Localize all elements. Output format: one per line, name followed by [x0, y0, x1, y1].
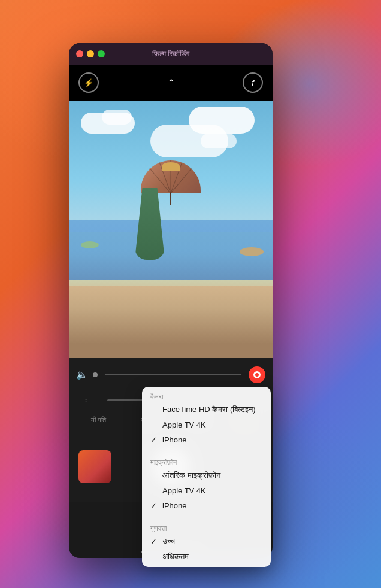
camera-item-iphone[interactable]: ✓ iPhone: [142, 432, 271, 447]
camera-item-appletv[interactable]: ✓ Apple TV 4K: [142, 417, 271, 432]
camera-appletv-label: Apple TV 4K: [162, 420, 206, 429]
controls-bar: 🔈: [69, 358, 273, 391]
quality-high-label: उच्च: [162, 537, 175, 546]
person-hair: [162, 162, 180, 171]
person-dress: [135, 188, 165, 260]
camera-preview: [69, 101, 273, 358]
title-bar: फ़िल्म रिकॉर्डिंग: [69, 43, 273, 65]
check-iphone-camera: ✓: [150, 435, 159, 444]
mic-appletv-label: Apple TV 4K: [162, 486, 206, 495]
mic-item-iphone[interactable]: ✓ iPhone: [142, 498, 271, 513]
microphone-section: माइक्रोफ़ोन ✓ आंतरिक माइक्रोफ़ोन ✓ Apple…: [142, 453, 271, 516]
cloud-4: [102, 110, 132, 125]
mic-internal-label: आंतरिक माइक्रोफ़ोन: [162, 471, 220, 480]
record-dot: [253, 371, 261, 378]
speaker-icon: 🔈: [76, 369, 88, 380]
cloud-5: [201, 134, 237, 148]
volume-slider[interactable]: [105, 374, 241, 375]
traffic-lights: [76, 50, 105, 57]
camera-section-title: कैमरा: [142, 389, 271, 402]
close-button[interactable]: [76, 50, 83, 57]
last-photo-thumbnail[interactable]: [78, 450, 111, 483]
microphone-section-title: माइक्रोफ़ोन: [142, 455, 271, 468]
time-separator: —: [99, 396, 104, 404]
quality-section: गुणवत्ता ✓ उच्च ✓ अधिकतम: [142, 519, 271, 567]
quality-item-high[interactable]: ✓ उच्च: [142, 534, 271, 549]
camera-section: कैमरा ✓ FaceTime HD कैमरा (बिल्टइन) ✓ Ap…: [142, 387, 271, 450]
divider-1: [142, 451, 271, 451]
font-icon: f: [252, 78, 254, 87]
maximize-button[interactable]: [98, 50, 105, 57]
quality-item-max[interactable]: ✓ अधिकतम: [142, 549, 271, 565]
source-dropdown-menu: कैमरा ✓ FaceTime HD कैमरा (बिल्टइन) ✓ Ap…: [142, 387, 271, 567]
mic-iphone-label: iPhone: [162, 501, 186, 510]
check-quality-high: ✓: [150, 537, 159, 546]
record-button[interactable]: [249, 366, 265, 383]
camera-iphone-label: iPhone: [162, 435, 186, 444]
umbrella-handle: [170, 193, 171, 205]
toolbar: ⚡ ⌃ f: [69, 65, 273, 101]
island-left: [81, 241, 99, 248]
flash-icon-button[interactable]: ⚡: [78, 72, 99, 93]
tab-slow-motion[interactable]: मी गति: [86, 414, 111, 426]
window-title: फ़िल्म रिकॉर्डिंग: [152, 50, 189, 58]
divider-2: [142, 517, 271, 517]
chevron-up-icon[interactable]: ⌃: [167, 77, 175, 89]
flash-icon: ⚡: [84, 78, 93, 87]
person: [135, 160, 207, 328]
mic-item-internal[interactable]: ✓ आंतरिक माइक्रोफ़ोन: [142, 468, 271, 483]
font-icon-button[interactable]: f: [243, 72, 263, 93]
quality-section-title: गुणवत्ता: [142, 521, 271, 534]
check-iphone-mic: ✓: [150, 501, 159, 510]
island-right: [240, 247, 264, 256]
minimize-button[interactable]: [87, 50, 94, 57]
camera-facetime-label: FaceTime HD कैमरा (बिल्टइन): [162, 405, 256, 414]
volume-dot: [93, 372, 98, 377]
time-display: --:--: [76, 396, 96, 404]
quality-max-label: अधिकतम: [162, 552, 189, 562]
camera-item-facetime[interactable]: ✓ FaceTime HD कैमरा (बिल्टइन): [142, 402, 271, 417]
mic-item-appletv[interactable]: ✓ Apple TV 4K: [142, 483, 271, 498]
